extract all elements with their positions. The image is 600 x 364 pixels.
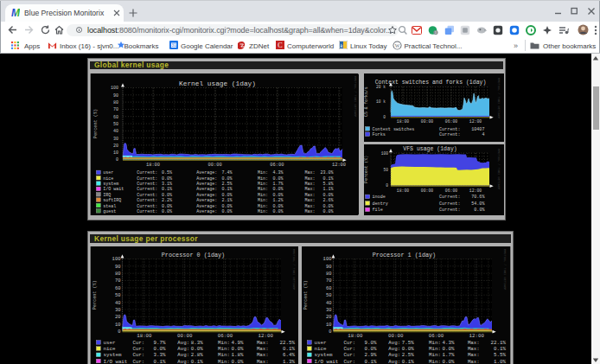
svg-text:Average:: Average: [196, 204, 217, 209]
svg-text:30: 30 [113, 137, 118, 142]
svg-text:nice: nice [103, 176, 113, 182]
svg-text:0.0%: 0.0% [162, 193, 172, 198]
svg-text:CS & forks/s: CS & forks/s [364, 86, 368, 117]
svg-text:54.0%: 54.0% [471, 201, 485, 207]
svg-text:8.3%: 8.3% [191, 340, 203, 346]
svg-text:M: M [11, 8, 20, 17]
svg-text:0.0%: 0.0% [162, 176, 172, 182]
svg-text:Average:: Average: [196, 209, 217, 214]
svg-text:90: 90 [113, 93, 118, 99]
svg-text:0.0%: 0.0% [191, 346, 203, 352]
svg-text:Max:: Max: [468, 359, 480, 364]
svg-text:Avg:: Avg: [177, 352, 189, 358]
svg-text:20 k: 20 k [376, 85, 386, 89]
svg-text:10: 10 [113, 150, 118, 156]
svg-text:2.5%: 2.5% [221, 182, 232, 187]
svg-text:Cur:: Cur: [343, 340, 355, 346]
svg-text:90: 90 [115, 264, 121, 270]
svg-text:20: 20 [113, 144, 118, 149]
svg-text:2.8%: 2.8% [191, 352, 203, 358]
svg-text:0.0%: 0.0% [272, 193, 283, 198]
svg-text:23.0%: 23.0% [321, 170, 334, 176]
svg-text:Average:: Average: [196, 176, 217, 182]
svg-text:Max:: Max: [304, 193, 315, 198]
svg-text:IRQ: IRQ [103, 193, 111, 198]
svg-text:7.5%: 7.5% [402, 340, 414, 346]
svg-text:Current:: Current: [137, 204, 157, 209]
svg-text:3.1%: 3.1% [162, 182, 172, 187]
svg-text:2.1%: 2.1% [221, 198, 232, 203]
svg-text:Avg:: Avg: [388, 346, 400, 352]
svg-text:12:00: 12:00 [259, 333, 274, 339]
svg-text:0.0%: 0.0% [221, 176, 232, 182]
svg-text:Current:: Current: [137, 182, 157, 187]
svg-text:RRDTOOL / TOBI OETIKER: RRDTOOL / TOBI OETIKER [497, 149, 501, 190]
svg-text:12:00: 12:00 [332, 163, 346, 168]
svg-text:VFS usage (1day): VFS usage (1day) [403, 146, 456, 152]
svg-text:0.1%: 0.1% [221, 187, 232, 192]
svg-text:Min:: Min: [429, 359, 441, 364]
svg-text:0.0%: 0.0% [442, 346, 454, 352]
svg-text:00:00: 00:00 [421, 119, 434, 124]
svg-text:0.0%: 0.0% [323, 193, 334, 198]
svg-text:Min:: Min: [429, 346, 441, 352]
svg-text:Current:: Current: [439, 195, 460, 200]
svg-text:0.0%: 0.0% [323, 204, 334, 209]
svg-text:0.0%: 0.0% [272, 209, 283, 214]
svg-text:user: user [103, 170, 113, 176]
svg-text:40: 40 [113, 129, 118, 134]
svg-text:nice: nice [104, 346, 116, 352]
svg-text:Max:: Max: [257, 340, 269, 346]
svg-text:0: 0 [118, 329, 120, 335]
svg-text:40: 40 [115, 300, 121, 306]
svg-text:Min:: Min: [258, 176, 268, 182]
svg-text:steal: steal [103, 204, 116, 209]
svg-text:Max:: Max: [468, 352, 480, 358]
svg-text:system: system [315, 352, 333, 358]
svg-text:1.2%: 1.2% [272, 198, 283, 203]
svg-text:100: 100 [112, 256, 121, 262]
svg-text:50: 50 [115, 292, 121, 298]
svg-text:22.5%: 22.5% [280, 340, 296, 346]
svg-text:5.5%: 5.5% [494, 352, 506, 358]
svg-text:Max:: Max: [257, 346, 269, 352]
svg-text:Current:: Current: [137, 176, 157, 182]
svg-text:Current:: Current: [439, 208, 460, 213]
svg-text:system: system [104, 352, 122, 358]
svg-text:C: C [278, 42, 282, 49]
svg-text:RRDTOOL / TOBI OETIKER: RRDTOOL / TOBI OETIKER [503, 249, 507, 291]
svg-text:0.1%: 0.1% [191, 359, 203, 364]
svg-text:Max:: Max: [468, 340, 480, 346]
svg-text:nice: nice [315, 346, 327, 352]
svg-text:RRDTOOL / TOBI OETIKER: RRDTOOL / TOBI OETIKER [292, 249, 296, 291]
svg-text:0.0%: 0.0% [272, 176, 283, 182]
svg-text:4.9%: 4.9% [231, 340, 243, 346]
svg-text:user: user [104, 340, 116, 346]
svg-text:Max:: Max: [257, 359, 269, 364]
svg-text:Cur:: Cur: [132, 346, 144, 352]
svg-text:18:00: 18:00 [137, 333, 152, 339]
svg-text:Avg:: Avg: [388, 340, 400, 346]
svg-text:Max:: Max: [257, 352, 269, 358]
svg-text:Min:: Min: [258, 187, 268, 192]
svg-text:dentry: dentry [373, 201, 388, 207]
svg-text:30: 30 [326, 307, 332, 313]
svg-text:1.8%: 1.8% [231, 352, 243, 358]
svg-text:12:00: 12:00 [469, 119, 482, 124]
svg-text:1.7%: 1.7% [272, 182, 283, 187]
svg-text:Current:: Current: [137, 198, 157, 203]
svg-text:20: 20 [115, 314, 121, 320]
svg-text:0.0%: 0.0% [221, 204, 232, 209]
svg-text:00:00: 00:00 [208, 163, 222, 168]
svg-text:guest: guest [103, 209, 116, 214]
svg-text:10407: 10407 [471, 127, 484, 132]
svg-text:Context switches: Context switches [373, 127, 415, 132]
svg-text:4: 4 [482, 132, 484, 137]
svg-text:inode: inode [373, 195, 386, 200]
svg-text:10: 10 [326, 322, 332, 328]
svg-text:Min:: Min: [218, 340, 230, 346]
svg-text:30: 30 [115, 307, 121, 313]
svg-text:W: W [395, 43, 400, 48]
svg-text:system: system [103, 182, 118, 187]
svg-text:100: 100 [381, 151, 389, 156]
